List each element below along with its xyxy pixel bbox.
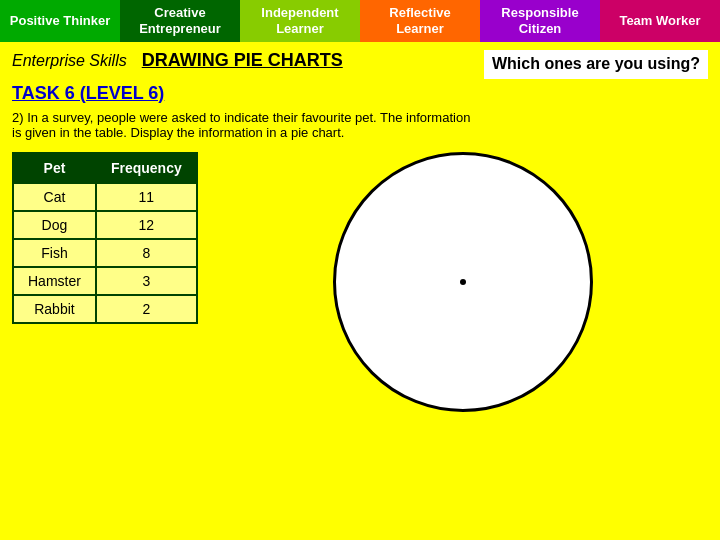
enterprise-label: Enterprise Skills xyxy=(12,52,127,69)
data-table: Pet Frequency Cat11Dog12Fish8Hamster3Rab… xyxy=(12,152,198,324)
cell-pet: Hamster xyxy=(13,267,96,295)
tab-team-worker[interactable]: Team Worker xyxy=(600,0,720,42)
table-header-row: Pet Frequency xyxy=(13,153,197,183)
main-title: DRAWING PIE CHARTS xyxy=(142,50,343,70)
cell-pet: Rabbit xyxy=(13,295,96,323)
pie-circle xyxy=(333,152,593,412)
tab-positive-thinker[interactable]: Positive Thinker xyxy=(0,0,120,42)
content-row: Pet Frequency Cat11Dog12Fish8Hamster3Rab… xyxy=(12,152,708,412)
task-header: TASK 6 (LEVEL 6) xyxy=(12,83,708,104)
table-row: Hamster3 xyxy=(13,267,197,295)
tab-creative-entrepreneur[interactable]: Creative Entrepreneur xyxy=(120,0,240,42)
table-row: Fish8 xyxy=(13,239,197,267)
cell-frequency: 2 xyxy=(96,295,197,323)
table-row: Cat11 xyxy=(13,183,197,211)
table-row: Rabbit2 xyxy=(13,295,197,323)
title-row: Enterprise Skills DRAWING PIE CHARTS Whi… xyxy=(12,50,708,79)
cell-frequency: 3 xyxy=(96,267,197,295)
cell-frequency: 11 xyxy=(96,183,197,211)
table-row: Dog12 xyxy=(13,211,197,239)
which-ones-box: Which ones are you using? xyxy=(484,50,708,79)
col-header-frequency: Frequency xyxy=(96,153,197,183)
top-navigation: Positive Thinker Creative Entrepreneur I… xyxy=(0,0,720,42)
page-title-area: Enterprise Skills DRAWING PIE CHARTS xyxy=(12,50,343,71)
cell-pet: Dog xyxy=(13,211,96,239)
tab-independent-learner[interactable]: Independent Learner xyxy=(240,0,360,42)
cell-pet: Fish xyxy=(13,239,96,267)
center-dot xyxy=(460,279,466,285)
main-content: Enterprise Skills DRAWING PIE CHARTS Whi… xyxy=(0,42,720,420)
cell-frequency: 8 xyxy=(96,239,197,267)
tab-responsible-citizen[interactable]: Responsible Citizen xyxy=(480,0,600,42)
description-text: 2) In a survey, people were asked to ind… xyxy=(12,110,472,140)
cell-pet: Cat xyxy=(13,183,96,211)
pie-chart-area xyxy=(218,152,708,412)
col-header-pet: Pet xyxy=(13,153,96,183)
tab-reflective-learner[interactable]: Reflective Learner xyxy=(360,0,480,42)
cell-frequency: 12 xyxy=(96,211,197,239)
